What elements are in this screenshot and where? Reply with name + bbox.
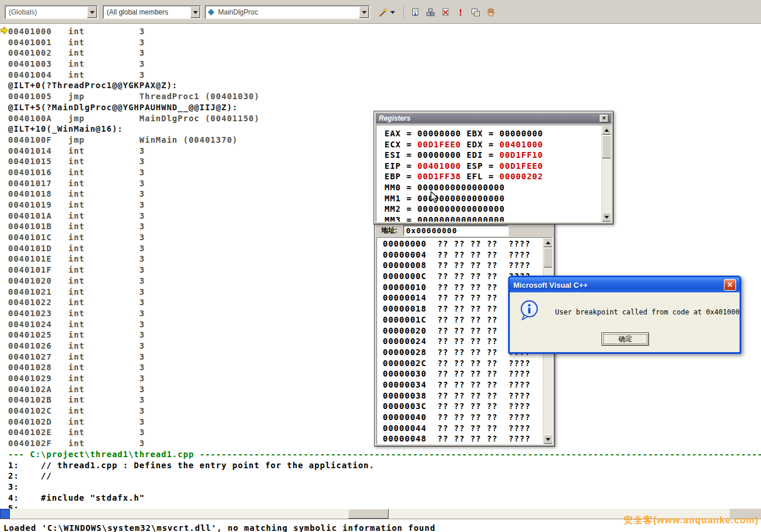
- status-text: Loaded 'C:\WINDOWS\system32\msvcrt.dll',…: [3, 523, 436, 532]
- memory-row: 0000003C ?? ?? ?? ?? ????: [383, 401, 552, 412]
- source-line: 3:: [8, 482, 761, 493]
- disasm-code-line: 00401003 int 3: [8, 59, 761, 70]
- register-row: MM2 = 0000000000000000: [385, 204, 611, 215]
- memory-row: 0000002C ?? ?? ?? ?? ????: [383, 358, 552, 369]
- exclamation-icon: !: [459, 8, 462, 17]
- message-text: User breakpoint called from code at 0x40…: [555, 308, 740, 316]
- build-button[interactable]: [423, 5, 438, 19]
- message-box: Microsoft Visual C++ ✕ User breakpoint c…: [508, 276, 741, 354]
- register-row: EBP = 00D1FF38 EFL = 00000202: [385, 171, 611, 182]
- scrollbar-thumb[interactable]: [602, 135, 611, 158]
- chevron-down-icon: [193, 11, 198, 14]
- member-function-icon: [208, 9, 214, 15]
- scope-combo-dropdown-button[interactable]: [87, 6, 97, 18]
- splitter-box[interactable]: [0, 509, 10, 519]
- chevron-down-icon: [90, 11, 95, 14]
- memory-row: 00000034 ?? ?? ?? ?? ????: [383, 379, 552, 390]
- triangle-down-icon: [546, 438, 550, 441]
- wizardbar-combo-dropdown-button[interactable]: [359, 6, 369, 18]
- message-box-body: User breakpoint called from code at 0x40…: [510, 292, 740, 354]
- build-output-button[interactable]: [468, 5, 483, 19]
- mouse-cursor-icon: [430, 191, 439, 204]
- instruction-pointer-icon: [1, 27, 8, 34]
- register-row: ESI = 00000000 EDI = 00D1FF10: [385, 150, 611, 161]
- memory-row: 00000004 ?? ?? ?? ?? ????: [383, 249, 552, 260]
- scope-combo-value: (Globals): [6, 8, 87, 16]
- register-row: ECX = 00D1FEE0 EDX = 00401000: [385, 139, 611, 150]
- execute-program-button[interactable]: !: [453, 5, 468, 19]
- wizardbar-actions-button[interactable]: [374, 5, 400, 19]
- register-row: MM1 = 0000000000000000: [385, 193, 611, 204]
- disasm-code-line: 00401004 int 3: [8, 70, 761, 81]
- source-line: 5:: [8, 503, 761, 509]
- members-combo-value: (All global members: [104, 8, 190, 16]
- message-box-title: Microsoft Visual C++: [513, 281, 588, 289]
- wizardbar-combo-value: MainDlgProc: [215, 8, 359, 16]
- registers-titlebar[interactable]: Registers ×: [376, 113, 611, 124]
- memory-row: 00000040 ?? ?? ?? ?? ????: [383, 412, 552, 423]
- compile-button[interactable]: [408, 5, 423, 19]
- windows-icon: [471, 8, 480, 17]
- registers-title: Registers: [379, 114, 411, 122]
- toolbar-separator: [404, 6, 405, 19]
- scope-combo[interactable]: (Globals): [5, 5, 98, 19]
- build-icon: [426, 8, 435, 17]
- memory-row: 00000008 ?? ?? ?? ?? ????: [383, 260, 552, 271]
- toolbar: (Globals) (All global members MainDlgPro…: [0, 0, 761, 24]
- registers-content[interactable]: EAX = 00000000 EBX = 00000000ECX = 00D1F…: [376, 125, 611, 222]
- triangle-up-icon: [604, 129, 609, 132]
- memory-row: 00000044 ?? ?? ?? ?? ????: [383, 423, 552, 434]
- register-row: MM0 = 0000000000000000: [385, 182, 611, 193]
- breakpoint-hand-button[interactable]: [483, 5, 498, 19]
- members-combo-dropdown-button[interactable]: [190, 6, 200, 18]
- hand-icon: [486, 8, 495, 17]
- scrollbar-thumb[interactable]: [348, 509, 389, 519]
- wand-icon: [379, 8, 389, 17]
- registers-window: Registers × EAX = 00000000 EBX = 0000000…: [374, 111, 614, 225]
- memory-address-label: 地址:: [381, 226, 397, 236]
- registers-rows: EAX = 00000000 EBX = 00000000ECX = 00D1F…: [376, 125, 611, 222]
- disasm-code-line: 00401002 int 3: [8, 48, 761, 59]
- chevron-down-icon: [390, 11, 395, 14]
- ok-button[interactable]: 确定: [601, 332, 649, 346]
- disasm-label-line: @ILT+0(?ThreadProc1@@YGKPAX@Z):: [8, 80, 761, 91]
- source-file-separator: --- C:\project\thread1\thread1.cpp -----…: [8, 449, 761, 460]
- source-line: 2: //: [8, 471, 761, 482]
- close-icon[interactable]: ✕: [724, 279, 736, 291]
- register-row: MM3 = 0000000000000000: [385, 215, 611, 222]
- source-lines: 1: // thread1.cpp : Defines the entry po…: [8, 460, 761, 509]
- memory-row: 00000030 ?? ?? ?? ?? ????: [383, 368, 552, 379]
- stop-build-button[interactable]: [438, 5, 453, 19]
- vc6-debugger-screen: (Globals) (All global members MainDlgPro…: [0, 0, 761, 532]
- scroll-up-button[interactable]: [543, 238, 553, 247]
- info-icon: [519, 300, 539, 320]
- memory-row: 00000000 ?? ?? ?? ?? ????: [383, 238, 552, 249]
- memory-row: 00000038 ?? ?? ?? ?? ????: [383, 390, 552, 401]
- register-row: EIP = 00401000 ESP = 00D1FEE0: [385, 161, 611, 172]
- triangle-up-icon: [546, 241, 550, 244]
- memory-address-input[interactable]: [403, 225, 509, 236]
- compile-icon: [411, 8, 420, 17]
- scrollbar-thumb[interactable]: [543, 248, 553, 267]
- members-combo[interactable]: (All global members: [103, 5, 201, 19]
- source-line: 4: #include "stdafx.h": [8, 493, 761, 504]
- memory-row: 00000048 ?? ?? ?? ?? ????: [383, 433, 552, 444]
- register-row: EAX = 00000000 EBX = 00000000: [385, 128, 611, 139]
- wizardbar-combo[interactable]: MainDlgProc: [205, 5, 370, 19]
- scroll-down-button[interactable]: [602, 212, 611, 222]
- triangle-down-icon: [604, 216, 609, 219]
- registers-vertical-scrollbar[interactable]: [601, 125, 611, 222]
- stop-build-icon: [441, 8, 450, 17]
- scroll-up-button[interactable]: [602, 125, 611, 135]
- close-icon[interactable]: ×: [600, 115, 608, 122]
- scroll-down-button[interactable]: [543, 435, 553, 444]
- message-box-titlebar[interactable]: Microsoft Visual C++ ✕: [510, 277, 740, 292]
- watermark-text: 安全客(www.anquanke.com): [624, 515, 759, 527]
- disasm-code-line: 00401005 jmp ThreadProc1 (00401030): [8, 91, 761, 102]
- disasm-code-line: 00401000 int 3: [8, 26, 761, 37]
- source-line: 1: // thread1.cpp : Defines the entry po…: [8, 460, 761, 471]
- disasm-code-line: 00401001 int 3: [8, 37, 761, 48]
- chevron-down-icon: [362, 11, 367, 14]
